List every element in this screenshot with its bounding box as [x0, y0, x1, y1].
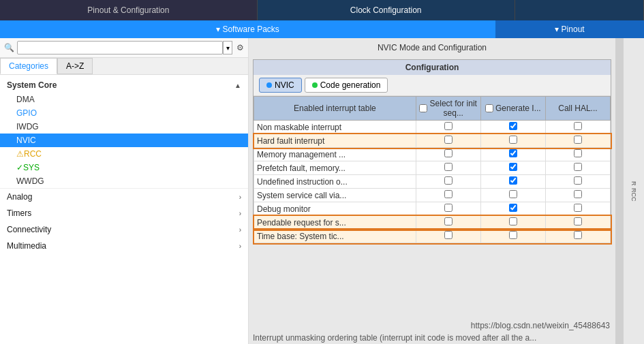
checkbox-call-hal[interactable]: [574, 231, 582, 239]
checkbox-call-hal[interactable]: [574, 163, 582, 171]
col-select-init: [416, 148, 480, 161]
checkbox-select-init[interactable]: [444, 231, 453, 239]
tab-atoz[interactable]: A->Z: [57, 58, 93, 74]
interrupt-name: Pendable request for s...: [254, 216, 416, 230]
content-area: NVIC Mode and Configuration Configuratio…: [249, 38, 615, 344]
tree-item-dma[interactable]: DMA: [0, 93, 248, 106]
connectivity-section[interactable]: Connectivity ›: [0, 221, 248, 238]
checkbox-select-init[interactable]: [444, 190, 453, 198]
tree-item-wwdg[interactable]: WWDG: [0, 174, 248, 188]
interrupt-name: Undefined instruction o...: [254, 175, 416, 189]
col-call-hal: [545, 161, 610, 175]
bottom-url: https://blog.csdn.net/weixin_45488643: [249, 319, 615, 332]
interrupt-name: Memory management ...: [254, 148, 416, 161]
tree-item-rcc[interactable]: ⚠ RCC: [0, 147, 248, 161]
table-row: Memory management ...: [254, 148, 611, 161]
search-icon: 🔍: [4, 43, 14, 52]
tab-categories[interactable]: Categories: [0, 58, 57, 74]
timers-section[interactable]: Timers ›: [0, 205, 248, 221]
checkbox-select-init[interactable]: [444, 149, 453, 157]
multimedia-section[interactable]: Multimedia ›: [0, 238, 248, 254]
checkbox-generate[interactable]: [509, 136, 517, 144]
system-core-section: System Core ▲ DMA GPIO IWDG NVIC ⚠ RCC: [0, 78, 248, 189]
checkbox-call-hal[interactable]: [574, 190, 582, 198]
interrupt-name: Debug monitor: [254, 202, 416, 216]
second-navigation: ▾ Software Packs ▾ Pinout: [0, 20, 644, 38]
checkbox-generate[interactable]: [509, 231, 517, 239]
extra-tab[interactable]: [515, 0, 644, 20]
tree-item-gpio[interactable]: GPIO: [0, 106, 248, 120]
chevron-right-icon: ›: [239, 243, 241, 250]
col-call-hal: [545, 202, 610, 216]
table-row: Non maskable interrupt: [254, 121, 611, 134]
col-select-init: [416, 175, 480, 189]
interrupt-name: Time base: System tic...: [254, 230, 416, 243]
col-generate: [480, 148, 545, 161]
col-select-init: [416, 202, 480, 216]
col-select-init: [416, 121, 480, 134]
checkbox-select-init[interactable]: [444, 176, 453, 185]
system-core-header[interactable]: System Core ▲: [0, 78, 248, 93]
checkbox-call-hal[interactable]: [574, 217, 582, 225]
checkbox-call-hal[interactable]: [574, 136, 582, 144]
table-row: Debug monitor: [254, 202, 611, 216]
col-generate: [480, 161, 545, 175]
th-generate-checkbox[interactable]: [485, 104, 493, 112]
checkbox-generate[interactable]: [509, 163, 517, 171]
table-row: Prefetch fault, memory...: [254, 161, 611, 175]
content-title: NVIC Mode and Configuration: [249, 38, 615, 57]
checkbox-generate[interactable]: [509, 122, 517, 130]
col-select-init: [416, 230, 480, 243]
checkbox-select-init[interactable]: [444, 163, 453, 171]
checkbox-generate[interactable]: [509, 149, 517, 157]
clock-config-tab[interactable]: Clock Configuration: [258, 0, 515, 20]
tree-item-nvic[interactable]: NVIC: [0, 134, 248, 147]
config-title: Configuration: [254, 60, 611, 75]
tree: System Core ▲ DMA GPIO IWDG NVIC ⚠ RCC: [0, 75, 248, 344]
software-packs-nav[interactable]: ▾ Software Packs: [0, 20, 495, 38]
pinout-nav[interactable]: ▾ Pinout: [495, 20, 644, 38]
th-select-init: Select for init seq...: [416, 97, 480, 121]
th-select-init-checkbox[interactable]: [419, 104, 427, 112]
checkbox-generate[interactable]: [509, 204, 517, 212]
col-call-hal: [545, 134, 610, 148]
checkbox-call-hal[interactable]: [574, 122, 582, 130]
gear-icon[interactable]: ⚙: [236, 43, 244, 52]
tab-nvic[interactable]: NVIC: [259, 78, 302, 93]
checkbox-call-hal[interactable]: [574, 176, 582, 185]
tree-item-sys[interactable]: ✓ SYS: [0, 161, 248, 174]
main-container: 🔍 ▾ ⚙ Categories A->Z System Core ▲: [0, 38, 644, 344]
search-dropdown[interactable]: ▾: [223, 41, 232, 54]
checkbox-call-hal[interactable]: [574, 204, 582, 212]
col-call-hal: [545, 121, 610, 134]
checkbox-generate[interactable]: [509, 176, 517, 185]
col-call-hal: [545, 148, 610, 161]
checkbox-call-hal[interactable]: [574, 149, 582, 157]
checkbox-select-init[interactable]: [444, 204, 453, 212]
table-row: Time base: System tic...: [254, 230, 611, 243]
analog-section[interactable]: Analog ›: [0, 189, 248, 205]
col-generate: [480, 121, 545, 134]
search-input[interactable]: [17, 41, 223, 54]
col-select-init: [416, 161, 480, 175]
scrollbar[interactable]: [615, 38, 624, 344]
col-call-hal: [545, 189, 610, 202]
col-call-hal: [545, 216, 610, 230]
checkbox-generate[interactable]: [509, 190, 517, 198]
col-select-init: [416, 134, 480, 148]
codegen-dot: [312, 82, 318, 88]
category-tabs: Categories A->Z: [0, 58, 248, 75]
tree-item-iwdg[interactable]: IWDG: [0, 120, 248, 134]
table-row: Undefined instruction o...: [254, 175, 611, 189]
checkbox-select-init[interactable]: [444, 217, 453, 225]
tab-code-generation[interactable]: Code generation: [305, 78, 388, 93]
checkbox-select-init[interactable]: [444, 136, 453, 144]
interrupt-name: Hard fault interrupt: [254, 134, 416, 148]
checkbox-select-init[interactable]: [444, 122, 453, 130]
pinout-config-tab[interactable]: Pinout & Configuration: [0, 0, 258, 20]
checkbox-generate[interactable]: [509, 217, 517, 225]
col-call-hal: [545, 175, 610, 189]
check-icon: ✓: [16, 163, 23, 172]
col-generate: [480, 189, 545, 202]
interrupt-table: Enabled interrupt table Select for init …: [254, 96, 611, 243]
